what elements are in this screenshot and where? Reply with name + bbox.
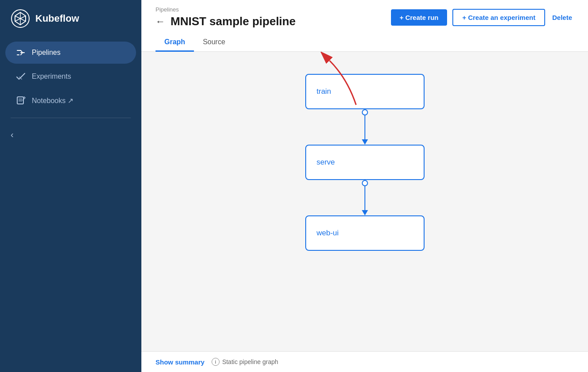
svg-rect-5 — [17, 97, 23, 104]
sidebar-divider — [11, 118, 131, 118]
static-info: i Static pipeline graph — [212, 358, 278, 366]
notebooks-icon — [16, 96, 26, 105]
tab-graph[interactable]: Graph — [156, 34, 194, 52]
graph-area: train serve web-ui — [141, 52, 588, 351]
sidebar-item-notebooks-label: Notebooks ↗ — [32, 96, 73, 105]
header-actions: + Create run + Create an experiment Dele… — [391, 9, 574, 26]
sidebar-logo: Kubeflow — [0, 0, 141, 37]
connector-arrow-1 — [362, 139, 368, 145]
pipeline-node-webui[interactable]: web-ui — [305, 215, 425, 251]
sidebar-item-notebooks[interactable]: Notebooks ↗ — [5, 89, 136, 111]
tab-source[interactable]: Source — [194, 34, 234, 52]
header-top: Pipelines ← MNIST sample pipeline + Crea… — [156, 0, 574, 32]
page-title: MNIST sample pipeline — [171, 15, 296, 28]
delete-button[interactable]: Delete — [550, 10, 574, 25]
bottom-bar: Show summary i Static pipeline graph — [141, 351, 588, 372]
pipeline-node-serve[interactable]: serve — [305, 145, 425, 180]
pipeline-node-train[interactable]: train — [305, 74, 425, 109]
static-pipeline-text: Static pipeline graph — [222, 358, 278, 365]
create-run-button[interactable]: + Create run — [391, 9, 448, 26]
sidebar-collapse-button[interactable]: ‹ — [0, 123, 141, 146]
sidebar-item-experiments-label: Experiments — [32, 73, 71, 81]
tabs: Graph Source — [156, 32, 574, 51]
connector-line-2 — [364, 185, 365, 212]
collapse-icon: ‹ — [11, 130, 14, 140]
sidebar-nav: Pipelines Experiments — [0, 37, 141, 372]
kubeflow-logo-icon — [11, 9, 30, 28]
connector-circle-2 — [362, 180, 368, 186]
main-content: Pipelines ← MNIST sample pipeline + Crea… — [141, 0, 588, 372]
pipelines-icon — [16, 48, 26, 58]
connector-circle-1 — [362, 109, 368, 115]
breadcrumb: Pipelines — [156, 6, 296, 13]
info-icon: i — [212, 358, 220, 366]
show-summary-button[interactable]: Show summary — [156, 358, 205, 366]
sidebar-item-experiments[interactable]: Experiments — [5, 65, 136, 88]
back-button[interactable]: ← — [156, 17, 165, 27]
page-title-row: ← MNIST sample pipeline — [156, 15, 296, 28]
sidebar: Kubeflow Pipelines Experiment — [0, 0, 141, 372]
header: Pipelines ← MNIST sample pipeline + Crea… — [141, 0, 588, 52]
sidebar-logo-text: Kubeflow — [35, 13, 79, 24]
sidebar-item-pipelines-label: Pipelines — [32, 49, 61, 57]
connector-line-1 — [364, 115, 365, 141]
experiments-icon — [16, 72, 26, 81]
pipeline-container: train serve web-ui — [305, 74, 425, 251]
title-section: Pipelines ← MNIST sample pipeline — [156, 6, 296, 28]
connector-arrow-2 — [362, 210, 368, 215]
create-experiment-button[interactable]: + Create an experiment — [452, 9, 545, 26]
sidebar-item-pipelines[interactable]: Pipelines — [5, 42, 136, 64]
